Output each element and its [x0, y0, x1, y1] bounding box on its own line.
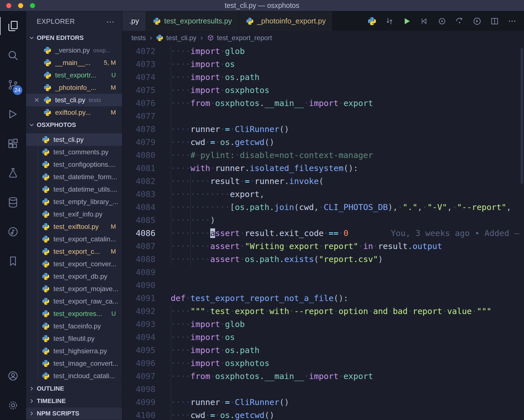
section-open-editors[interactable]: OPEN EDITORS — [26, 32, 122, 44]
code-line-4081[interactable]: 4081····with·runner.isolated_filesystem(… — [122, 162, 524, 175]
close-button[interactable] — [6, 3, 11, 8]
run-menu-icon[interactable] — [473, 17, 482, 26]
file-tree-item[interactable]: test_comments.py — [26, 146, 122, 158]
file-tree-item[interactable]: test_exif_info.py — [26, 208, 122, 220]
file-tree-item[interactable]: test_datetime_utils.... — [26, 183, 122, 196]
code-line-4100[interactable]: 4100····cwd·=·os.getcwd() — [122, 409, 524, 420]
tab-test_exportresults.py[interactable]: test_exportresults.py — [146, 11, 239, 31]
zoom-button[interactable] — [30, 3, 35, 8]
file-tree-item[interactable]: test_faceinfo.py — [26, 320, 122, 332]
more-actions-icon[interactable]: ⋯ — [106, 17, 115, 27]
code-line-4080[interactable]: 4080····#·pylint:·disable=not-context-ma… — [122, 149, 524, 162]
code-line-4093[interactable]: 4093····import·glob — [122, 318, 524, 331]
code-line-4074[interactable]: 4074····import·os.path — [122, 71, 524, 84]
activity-item-testing[interactable] — [0, 158, 26, 188]
activity-item-disc[interactable] — [0, 217, 26, 246]
activity-item-search[interactable] — [0, 41, 26, 70]
python-icon[interactable] — [367, 17, 376, 26]
code-line-4086[interactable]: 4086········assert·result.exit_code·==·0… — [122, 227, 524, 240]
line-number: 4092 — [122, 305, 155, 318]
open-editor-item[interactable]: exiftool.py...M — [26, 106, 122, 119]
code-line-4083[interactable]: 4083············export, — [122, 188, 524, 201]
minimize-button[interactable] — [18, 3, 23, 8]
breadcrumb-item[interactable]: test_export_report — [207, 34, 272, 42]
file-tree-item[interactable]: test_export_catalin... — [26, 233, 122, 245]
code-line-4077[interactable]: 4077 — [122, 110, 524, 123]
breadcrumb-item[interactable]: tests — [131, 34, 146, 42]
tab-_photoinfo_export.py[interactable]: _photoinfo_export.py — [239, 11, 333, 31]
activity-item-database[interactable] — [0, 188, 26, 217]
file-tree-item[interactable]: test_highsierra.py — [26, 345, 122, 357]
open-editor-item[interactable]: test_exportr...U — [26, 69, 122, 81]
code-line-4076[interactable]: 4076····from·osxphotos.__main__·import·e… — [122, 97, 524, 110]
code-line-4095[interactable]: 4095····import·os.path — [122, 344, 524, 357]
tab-.py[interactable]: .py — [122, 11, 146, 31]
code-line-4079[interactable]: 4079····cwd·=·os.getcwd() — [122, 136, 524, 149]
chevron-right-icon — [28, 398, 35, 404]
code-line-4072[interactable]: 4072····import·glob — [122, 45, 524, 58]
open-editor-item[interactable]: __main__...5, M — [26, 57, 122, 69]
file-tree-item[interactable]: test_export_c...M — [26, 245, 122, 258]
activity-item-bookmarks[interactable] — [0, 246, 26, 276]
code-line-4092[interactable]: 4092····"""·test·export·with·--report·op… — [122, 305, 524, 318]
file-tree-item[interactable]: test_datetime_form... — [26, 171, 122, 183]
section-outline[interactable]: OUTLINE — [26, 382, 122, 395]
run-button[interactable] — [402, 17, 412, 26]
file-name: test_empty_library_... — [53, 198, 118, 206]
file-tree-item[interactable]: test_image_convert... — [26, 357, 122, 370]
code-line-4090[interactable]: 4090 — [122, 279, 524, 292]
code-line-4078[interactable]: 4078····runner·=·CliRunner() — [122, 123, 524, 136]
code-editor[interactable]: 4072····import·glob4073····import·os4074… — [122, 45, 524, 420]
file-tree-item[interactable]: test_configoptions.... — [26, 158, 122, 171]
file-tree-item[interactable]: test_export_db.py — [26, 270, 122, 283]
file-name: test_datetime_form... — [53, 173, 117, 181]
file-tree-item[interactable]: test_incloud_catali... — [26, 370, 122, 382]
file-tree-item[interactable]: test_export_conver... — [26, 258, 122, 270]
code-line-4097[interactable]: 4097····from·osxphotos.__main__·import·e… — [122, 370, 524, 383]
code-line-4073[interactable]: 4073····import·os — [122, 58, 524, 71]
record-icon[interactable] — [438, 17, 447, 26]
code-line-4098[interactable]: 4098 — [122, 383, 524, 396]
open-editor-item[interactable]: test_cli.pytests — [26, 94, 122, 106]
activity-item-run-debug[interactable] — [0, 99, 26, 129]
code-line-4088[interactable]: 4088········assert·os.path.exists("repor… — [122, 253, 524, 266]
file-tree-item[interactable]: test_exportres...U — [26, 308, 122, 320]
editor-scrollbar[interactable] — [521, 48, 523, 184]
file-tree-item[interactable]: test_cli.py — [26, 133, 122, 146]
chevron-down-icon — [28, 34, 35, 41]
step-back-icon[interactable] — [420, 17, 429, 26]
code-line-4082[interactable]: 4082········result·=·runner.invoke( — [122, 175, 524, 188]
section-folder[interactable]: OSXPHOTOS — [26, 119, 122, 131]
file-name: test_configoptions.... — [53, 161, 116, 168]
chevron-right-icon — [28, 385, 35, 392]
activity-item-extensions[interactable] — [0, 129, 26, 158]
code-line-4099[interactable]: 4099····runner·=·CliRunner() — [122, 396, 524, 409]
file-tree-item[interactable]: test_empty_library_... — [26, 196, 122, 208]
code-line-4096[interactable]: 4096····import·osxphotos — [122, 357, 524, 370]
code-line-4075[interactable]: 4075····import·osxphotos — [122, 84, 524, 97]
step-over-icon[interactable] — [455, 17, 464, 26]
code-line-4084[interactable]: 4084············[os.path.join(cwd,·CLI_P… — [122, 201, 524, 214]
open-editor-item[interactable]: _photoinfo_...M — [26, 81, 122, 94]
code-line-4094[interactable]: 4094····import·os — [122, 331, 524, 344]
more-actions-icon[interactable] — [508, 17, 517, 26]
activity-item-settings[interactable] — [0, 391, 26, 420]
breadcrumb-item[interactable]: test_cli.py — [156, 34, 196, 42]
close-icon[interactable] — [33, 97, 40, 103]
code-line-4091[interactable]: 4091def·test_export_report_not_a_file(): — [122, 292, 524, 305]
code-line-4087[interactable]: 4087········assert·"Writing·export·repor… — [122, 240, 524, 253]
open-editor-item[interactable]: _version.pyosxp... — [26, 44, 122, 57]
split-editor-icon[interactable] — [490, 17, 499, 26]
code-line-4089[interactable]: 4089 — [122, 266, 524, 279]
activity-item-account[interactable] — [0, 361, 26, 391]
compare-changes-icon[interactable] — [385, 17, 394, 26]
activity-item-explorer[interactable] — [0, 11, 26, 41]
section-npm-scripts[interactable]: NPM SCRIPTS — [26, 407, 122, 419]
file-tree-item[interactable]: test_fileutil.py — [26, 332, 122, 345]
code-line-4085[interactable]: 4085········) — [122, 214, 524, 227]
file-tree-item[interactable]: test_exiftool.pyM — [26, 220, 122, 233]
section-timeline[interactable]: TIMELINE — [26, 395, 122, 407]
activity-item-source-control[interactable]: 24 — [0, 70, 26, 99]
file-tree-item[interactable]: test_export_raw_ca... — [26, 295, 122, 308]
file-tree-item[interactable]: test_export_mojave... — [26, 283, 122, 295]
